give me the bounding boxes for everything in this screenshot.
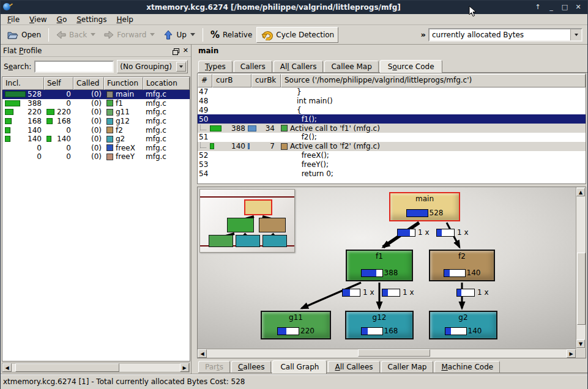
close-button[interactable]: ✕ [574,1,582,13]
combo-dropdown-button[interactable] [570,29,581,40]
back-button[interactable]: Back [52,28,100,42]
graph-node-main[interactable]: main528 [389,192,460,221]
table-row[interactable]: 1400(0)f2mfg.c [2,125,190,135]
table-row[interactable]: 140140(0)g2mfg.c [2,135,190,144]
graph-node-f2[interactable]: f2140 [429,250,495,281]
column-header-curb[interactable]: curB [212,74,251,87]
tab-callees[interactable]: Callees [231,361,271,373]
minimize-button[interactable]: _ [547,1,556,13]
forward-dropdown-caret[interactable] [150,33,155,36]
flat-profile-hscrollbar[interactable]: ◀ ▶ [2,363,190,372]
graph-node-f1[interactable]: f1388 [346,250,413,281]
graph-node-g12[interactable]: g12168 [345,311,414,339]
table-row[interactable]: 00(0)freeXmfg.c [2,144,190,153]
function-name: freeX [116,144,135,152]
source-code-text: f1(); [212,115,317,124]
window-titlebar[interactable]: xtmemory.kcg.6274 [/home/philippe/valgri… [1,1,587,14]
tab-machine-code[interactable]: Machine Code [434,361,500,373]
forward-button[interactable]: Forward [100,28,159,42]
graph-vscrollbar[interactable]: ▲ ▼ [576,187,586,349]
source-line-row[interactable]: 51 f2(); [198,133,586,142]
source-line-row[interactable]: 47} [198,87,586,97]
cycle-detection-button[interactable]: Cycle Detection [256,27,338,43]
node-cost-bar-fill [444,270,450,276]
maximize-button[interactable]: □ [560,1,569,13]
source-line-row[interactable]: 52 freeX(); [198,151,586,160]
shade-button[interactable]: ↑ [534,1,542,13]
scrollbar-thumb[interactable] [15,363,120,372]
grouping-combobox[interactable]: (No Grouping) [117,60,188,73]
menu-item-settings[interactable]: Settings [72,15,111,24]
event-type-combobox[interactable]: currently allocated Bytes [428,28,582,42]
relative-toggle-button[interactable]: % Relative [206,27,256,43]
table-row[interactable]: 5280(0)mainmfg.c [2,90,190,99]
tab-call-graph[interactable]: Call Graph [272,360,327,374]
source-line-row[interactable]: 54 return 0; [198,169,586,178]
column-header-called[interactable]: Called [73,77,104,90]
grouping-dropdown-button[interactable] [176,62,186,72]
active-call-row[interactable]: 1407 Active call to 'f2' (mfg.c) [198,142,586,151]
table-row[interactable]: 00(0)freeYmfg.c [2,152,190,161]
call-graph-panel[interactable]: main528f1388f2140g11220g12168g2140 1 x1 … [197,187,586,358]
menu-item-view[interactable]: View [25,15,51,24]
edge-label-main-f1[interactable]: 1 x [397,228,430,237]
table-row[interactable]: 3880(0)f1mfg.c [2,99,190,108]
dock-float-icon[interactable] [174,48,179,53]
edge-label-main-f2[interactable]: 1 x [436,228,469,237]
scrollbar-thumb[interactable] [577,253,586,325]
search-input[interactable] [34,61,114,73]
tab-callee-map[interactable]: Callee Map [324,61,378,73]
open-button[interactable]: Open [3,28,45,42]
back-dropdown-caret[interactable] [91,33,95,36]
up-button[interactable]: Up [159,28,199,42]
column-header-source[interactable]: Source ('/home/philippe/valgrind/littlep… [281,74,586,87]
graph-overview-map[interactable] [199,189,295,253]
tab-all-callers[interactable]: All Callers [274,61,324,73]
scroll-left-button[interactable]: ◀ [198,349,207,358]
column-header-self[interactable]: Self [44,77,73,90]
scroll-left-button[interactable]: ◀ [2,363,12,372]
edge-call-count: 1 x [363,288,374,297]
up-dropdown-caret[interactable] [190,33,195,36]
cell-function: g12 [104,117,143,126]
active-call-row[interactable]: 38834 Active call to 'f1' (mfg.c) [198,124,586,133]
column-header-location[interactable]: Location [143,77,190,90]
source-code-text: freeX(); [212,151,329,160]
table-row[interactable]: 168168(0)g12mfg.c [2,117,190,126]
forward-arrow-icon [104,31,114,39]
tab-all-callees[interactable]: All Callees [328,361,379,373]
column-header-line-number[interactable]: # [198,74,212,87]
scroll-down-button[interactable]: ▼ [576,339,585,348]
column-header-incl[interactable]: Incl. [2,77,44,90]
edge-label-f1-g11[interactable]: 1 x [342,288,374,297]
menu-item-file[interactable]: File [3,15,24,24]
source-line-row[interactable]: 48int main() [198,97,586,106]
scroll-right-button[interactable]: ▶ [567,349,576,358]
graph-node-g2[interactable]: g2140 [429,311,497,339]
source-line-row[interactable]: 53 freeY(); [198,160,586,169]
edge-label-f2-g2[interactable]: 1 x [456,288,489,297]
scroll-up-button[interactable]: ▲ [576,188,585,196]
scrollbar-thumb[interactable] [358,349,430,357]
tab-types[interactable]: Types [198,61,233,73]
toolbar-overflow-chevron[interactable]: » [419,30,428,39]
column-header-function[interactable]: Function [104,77,143,90]
menu-item-help[interactable]: Help [112,15,137,24]
location-value: mfg.c [146,126,166,135]
cell-called: (0) [73,135,104,144]
panel-splitter[interactable] [192,45,197,374]
table-row[interactable]: 220220(0)g11mfg.c [2,108,190,117]
tab-source-code[interactable]: Source Code [380,60,442,73]
dock-titlebar[interactable]: Flat Profile ✕ [1,45,191,57]
tab-caller-map[interactable]: Caller Map [381,361,434,373]
edge-label-f1-g12[interactable]: 1 x [382,288,414,297]
source-line-row[interactable]: 50 f1(); [198,114,586,124]
graph-node-g11[interactable]: g11220 [261,311,331,339]
tab-callers[interactable]: Callers [234,61,272,73]
graph-hscrollbar[interactable]: ◀ ▶ [198,349,576,358]
dock-close-icon[interactable]: ✕ [183,48,188,54]
column-header-curbk[interactable]: curBk [251,74,281,87]
source-line-row[interactable]: 49{ [198,106,586,115]
scroll-right-button[interactable]: ▶ [180,363,189,372]
menu-item-go[interactable]: Go [53,15,72,24]
